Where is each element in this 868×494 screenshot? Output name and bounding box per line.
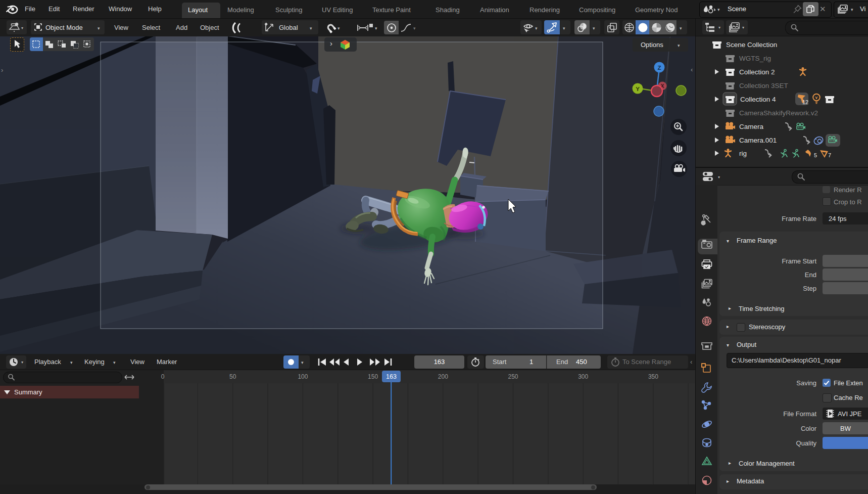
svg-text:CameraShakifyRework.v2: CameraShakifyRework.v2 — [739, 109, 818, 117]
svg-text:12: 12 — [802, 99, 808, 105]
svg-text:Camera.001: Camera.001 — [739, 137, 777, 144]
svg-text:0: 0 — [161, 373, 165, 380]
svg-text:5: 5 — [814, 152, 817, 158]
svg-text:250: 250 — [508, 373, 518, 380]
svg-text:163: 163 — [386, 373, 397, 380]
svg-text:Y: Y — [636, 86, 640, 92]
svg-text:7: 7 — [828, 152, 831, 158]
svg-text:200: 200 — [438, 373, 448, 380]
svg-text:Camera: Camera — [739, 123, 764, 130]
svg-text:Collection 2: Collection 2 — [739, 68, 775, 76]
svg-text:50: 50 — [229, 373, 236, 380]
svg-text:350: 350 — [648, 373, 658, 380]
svg-text:›: › — [1, 66, 3, 74]
svg-text:WGTS_rig: WGTS_rig — [739, 55, 771, 62]
svg-text:Collection 3SET: Collection 3SET — [739, 82, 788, 89]
svg-text:150: 150 — [368, 373, 378, 380]
svg-text:300: 300 — [578, 373, 588, 380]
svg-text:Collection 4: Collection 4 — [740, 96, 776, 103]
svg-text:rig: rig — [739, 150, 747, 157]
svg-text:Scene Collection: Scene Collection — [726, 41, 777, 49]
svg-text:‹: ‹ — [691, 66, 693, 73]
svg-text:100: 100 — [298, 373, 308, 380]
svg-text:Z: Z — [657, 65, 661, 71]
